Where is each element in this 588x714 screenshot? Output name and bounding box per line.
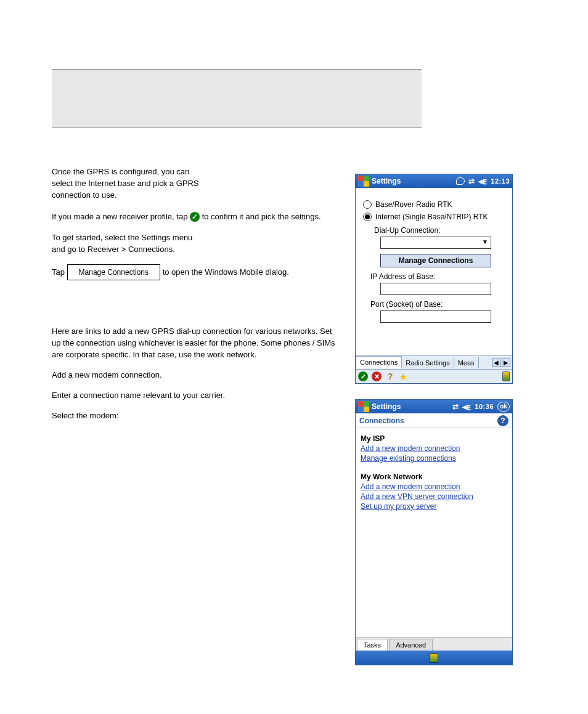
group-my-isp-title: My ISP — [361, 434, 507, 443]
data-arrows-icon — [468, 177, 475, 185]
help-icon[interactable]: ? — [385, 371, 395, 381]
manage-connections-inline-button: Manage Connections — [67, 264, 160, 280]
radio-icon — [363, 213, 372, 221]
tab-radio-settings[interactable]: Radio Settings — [402, 357, 454, 368]
window-titlebar: Settings ◂ᴇ 12:13 — [356, 174, 512, 188]
settings-body: Base/Rover Radio RTK Internet (Single Ba… — [356, 188, 512, 323]
ip-address-input[interactable] — [380, 283, 491, 295]
connections-subheader: Connections ? — [356, 413, 512, 428]
clock-time: 10:36 — [475, 403, 494, 410]
radio-base-rover-rtk[interactable]: Base/Rover Radio RTK — [363, 200, 505, 209]
clock-time: 12:13 — [491, 177, 510, 185]
body-paragraph: Add a new modem connection. — [52, 370, 341, 381]
link-add-vpn[interactable]: Add a new VPN server connection — [361, 492, 507, 501]
body-line: If you made a new receiver profile, tap — [52, 212, 187, 221]
speaker-icon: ◂ᴇ — [478, 176, 487, 186]
ok-button-icon[interactable]: ✓ — [358, 371, 368, 381]
status-icons: ◂ᴇ 12:13 — [456, 176, 510, 186]
battery-icon — [502, 371, 510, 381]
body-paragraph: Select the modem: — [52, 410, 341, 422]
chat-bubble-icon — [456, 177, 465, 185]
tab-scroll-left-icon[interactable]: ◀ — [492, 359, 500, 367]
group-my-work-title: My Work Network — [361, 473, 507, 481]
cancel-button-icon[interactable]: ✕ — [372, 371, 382, 381]
help-icon[interactable]: ? — [497, 415, 508, 426]
tab-scroll-right-icon[interactable]: ▶ — [502, 359, 510, 367]
speaker-icon: ◂ᴇ — [462, 402, 471, 412]
windows-flag-icon — [358, 176, 369, 187]
body-paragraph: Enter a connection name relevant to your… — [52, 390, 341, 402]
radio-label: Internet (Single Base/NTRIP) RTK — [375, 213, 488, 221]
keyboard-icon[interactable] — [430, 653, 438, 663]
status-icons: ◂ᴇ 10:36 ok — [452, 402, 510, 412]
bottom-toolbar: ✓ ✕ ? ★ — [356, 369, 512, 383]
window-titlebar: Settings ◂ᴇ 10:36 ok — [356, 400, 512, 413]
dialup-dropdown[interactable] — [380, 237, 491, 249]
body-line: select the Internet base and pick a GPRS — [52, 179, 198, 188]
tab-measurements[interactable]: Meas — [454, 357, 479, 368]
body-line: to open the Windows Mobile dialog. — [163, 267, 289, 277]
ok-button[interactable]: ok — [497, 402, 510, 412]
body-text-column: Once the GPRS is configured, you can sel… — [52, 166, 341, 422]
body-line: and go to Receiver > Connections. — [52, 245, 175, 254]
link-add-modem-work[interactable]: Add a new modem connection — [361, 482, 507, 491]
radio-icon — [363, 200, 372, 209]
link-manage-existing[interactable]: Manage existing connections — [361, 454, 507, 463]
ip-label: IP Address of Base: — [370, 272, 505, 281]
screenshot-settings-rtk: Settings ◂ᴇ 12:13 Base/Rover Radio RTK I… — [355, 174, 513, 384]
window-title: Settings — [372, 402, 452, 411]
dialup-label: Dial-Up Connection: — [374, 226, 505, 235]
link-add-modem-isp[interactable]: Add a new modem connection — [361, 444, 507, 453]
windows-flag-icon — [358, 401, 369, 412]
tab-scroll-buttons: ◀ ▶ — [492, 359, 512, 367]
subheader-title: Connections — [359, 416, 404, 425]
link-proxy[interactable]: Set up my proxy server — [361, 502, 507, 511]
screenshot-connections: Settings ◂ᴇ 10:36 ok Connections ? My IS… — [355, 399, 513, 665]
radio-internet-ntrip-rtk[interactable]: Internet (Single Base/NTRIP) RTK — [363, 213, 505, 221]
tab-advanced[interactable]: Advanced — [389, 639, 433, 651]
body-line: connection to use. — [52, 190, 117, 200]
body-paragraph: Here are links to add a new GPRS dial-up… — [52, 326, 341, 361]
radio-label: Base/Rover Radio RTK — [375, 200, 452, 209]
port-label: Port (Socket) of Base: — [370, 300, 505, 309]
header-box — [52, 69, 422, 128]
tab-tasks[interactable]: Tasks — [357, 639, 388, 651]
body-line: To get started, select the Settings menu — [52, 233, 192, 242]
port-input[interactable] — [380, 310, 491, 323]
body-line: to confirm it and pick the settings. — [202, 212, 321, 221]
ok-check-icon: ✓ — [190, 212, 200, 222]
manage-connections-button[interactable]: Manage Connections — [380, 254, 491, 267]
bottom-bar — [356, 651, 512, 665]
tab-strip: Tasks Advanced — [356, 637, 512, 651]
body-line: Tap — [52, 267, 67, 277]
data-arrows-icon — [452, 402, 459, 411]
body-line: Once the GPRS is configured, you can — [52, 167, 189, 176]
connections-body: My ISP Add a new modem connection Manage… — [356, 428, 512, 516]
star-icon[interactable]: ★ — [399, 371, 407, 383]
tab-strip: Connections Radio Settings Meas ◀ ▶ — [356, 355, 512, 369]
window-title: Settings — [372, 177, 456, 185]
tab-connections[interactable]: Connections — [356, 356, 402, 368]
